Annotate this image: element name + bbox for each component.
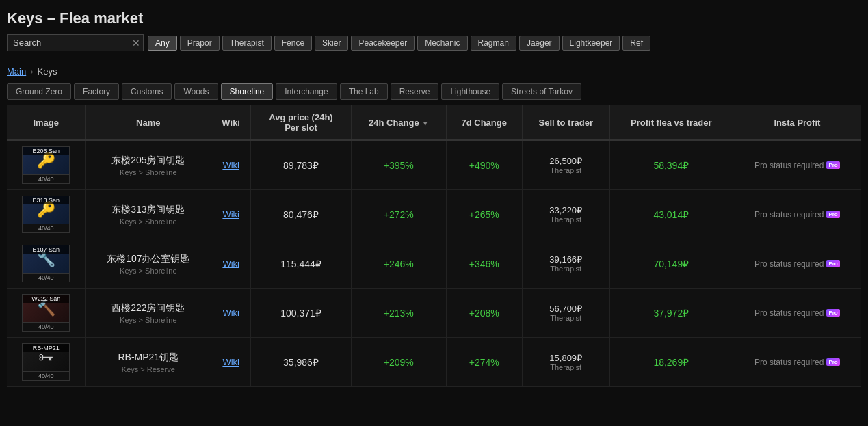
- trader-btn-any[interactable]: Any: [148, 36, 177, 51]
- map-tab-woods[interactable]: Woods: [174, 83, 218, 100]
- table-header: ImageNameWikiAvg price (24h)Per slot24h …: [7, 105, 861, 140]
- col-header-8: Insta Profit: [733, 105, 861, 140]
- item-sell-trader-cell: 39,166₽Therapist: [522, 239, 609, 289]
- item-7d-change-cell: +490%: [446, 140, 522, 190]
- item-insta-profit-cell: Pro status required Pro: [733, 338, 861, 387]
- wiki-link[interactable]: Wiki: [222, 258, 239, 269]
- map-tab-ground-zero[interactable]: Ground Zero: [7, 83, 71, 100]
- insta-profit-status: Pro status required Pro: [739, 358, 856, 367]
- map-tab-factory[interactable]: Factory: [74, 83, 119, 100]
- item-name: 东楼205房间钥匙: [91, 155, 205, 167]
- item-7d-change-cell: +346%: [446, 239, 522, 289]
- item-profit-cell: 58,394₽: [609, 140, 733, 190]
- trader-btn-therapist[interactable]: Therapist: [222, 36, 272, 51]
- item-name-cell: 东楼205房间钥匙Keys > Shoreline: [86, 140, 211, 190]
- breadcrumb-main[interactable]: Main: [7, 66, 26, 77]
- sell-price: 15,809₽: [528, 353, 604, 363]
- profit-value: 43,014₽: [616, 209, 727, 220]
- avg-price: 100,371₽: [257, 308, 345, 319]
- close-icon[interactable]: ✕: [132, 38, 140, 49]
- pro-badge: Pro: [826, 358, 839, 366]
- col-header-5: 7d Change: [446, 105, 522, 140]
- map-tab-streets-of-tarkov[interactable]: Streets of Tarkov: [502, 83, 581, 100]
- item-7d-change-cell: +265%: [446, 190, 522, 239]
- item-sell-trader-cell: 33,220₽Therapist: [522, 190, 609, 239]
- wiki-link[interactable]: Wiki: [222, 160, 239, 170]
- map-tab-shoreline[interactable]: Shoreline: [221, 83, 274, 100]
- profit-value: 37,972₽: [616, 308, 727, 319]
- 24h-change: +395%: [357, 160, 440, 171]
- map-tab-interchange[interactable]: Interchange: [276, 83, 337, 100]
- item-avg-price-cell: 100,371₽: [251, 289, 352, 338]
- item-insta-profit-cell: Pro status required Pro: [733, 239, 861, 289]
- sell-price: 39,166₽: [528, 254, 604, 265]
- avg-price: 80,476₽: [257, 209, 345, 220]
- insta-profit-status: Pro status required Pro: [739, 308, 856, 318]
- 24h-change: +213%: [357, 308, 440, 319]
- table-row: E107 San🔧40/40东楼107办公室钥匙Keys > Shoreline…: [7, 239, 861, 289]
- trader-btn-fence[interactable]: Fence: [274, 36, 312, 51]
- trader-btn-ragman[interactable]: Ragman: [471, 36, 516, 51]
- item-sub: Keys > Shoreline: [91, 316, 205, 324]
- wiki-link[interactable]: Wiki: [222, 209, 239, 219]
- item-image-cell: W222 San🔨40/40: [7, 289, 86, 338]
- sell-trader-name: Therapist: [528, 363, 604, 371]
- item-img-label: E107 San: [23, 245, 69, 254]
- trader-btn-lightkeeper[interactable]: Lightkeeper: [562, 36, 620, 51]
- wiki-link[interactable]: Wiki: [222, 308, 239, 318]
- sell-trader-name: Therapist: [528, 166, 604, 174]
- avg-price: 35,986₽: [257, 357, 345, 368]
- pro-badge: Pro: [826, 211, 839, 218]
- item-avg-price-cell: 115,444₽: [251, 239, 352, 289]
- trader-btn-skier[interactable]: Skier: [315, 36, 348, 51]
- item-image-cell: E205 San🔑40/40: [7, 140, 86, 190]
- wiki-link[interactable]: Wiki: [222, 357, 239, 367]
- col-header-2: Wiki: [211, 105, 251, 140]
- 7d-change: +274%: [452, 357, 516, 368]
- map-tab-lighthouse[interactable]: Lighthouse: [441, 83, 499, 100]
- breadcrumb-separator: ›: [30, 66, 33, 77]
- col-header-0: Image: [7, 105, 86, 140]
- search-input[interactable]: [7, 34, 144, 51]
- item-image-cell: E313 San🔑40/40: [7, 190, 86, 239]
- item-sub: Keys > Reserve: [91, 365, 205, 373]
- 24h-change: +246%: [357, 258, 440, 269]
- sell-trader-name: Therapist: [528, 314, 604, 322]
- insta-profit-status: Pro status required Pro: [739, 161, 856, 170]
- pro-badge: Pro: [826, 161, 839, 169]
- item-wiki-cell: Wiki: [211, 190, 251, 239]
- col-header-4[interactable]: 24h Change▼: [351, 105, 446, 140]
- item-7d-change-cell: +274%: [446, 338, 522, 387]
- map-tabs: Ground ZeroFactoryCustomsWoodsShorelineI…: [0, 83, 868, 105]
- item-24h-change-cell: +246%: [351, 239, 446, 289]
- map-tab-customs[interactable]: Customs: [122, 83, 172, 100]
- item-profit-cell: 43,014₽: [609, 190, 733, 239]
- item-wiki-cell: Wiki: [211, 338, 251, 387]
- item-avg-price-cell: 35,986₽: [251, 338, 352, 387]
- item-name-cell: 西楼222房间钥匙Keys > Shoreline: [86, 289, 211, 338]
- item-insta-profit-cell: Pro status required Pro: [733, 140, 861, 190]
- item-sub: Keys > Shoreline: [91, 267, 205, 275]
- pro-badge: Pro: [826, 309, 839, 317]
- map-tab-reserve[interactable]: Reserve: [391, 83, 439, 100]
- item-name: 东楼107办公室钥匙: [91, 253, 205, 265]
- item-sell-trader-cell: 56,700₽Therapist: [522, 289, 609, 338]
- trader-btn-ref[interactable]: Ref: [622, 36, 650, 51]
- table-body: E205 San🔑40/40东楼205房间钥匙Keys > ShorelineW…: [7, 140, 861, 387]
- trader-btn-jaeger[interactable]: Jaeger: [519, 36, 560, 51]
- item-name: 西楼222房间钥匙: [91, 302, 205, 315]
- col-header-1: Name: [86, 105, 211, 140]
- item-24h-change-cell: +209%: [351, 338, 446, 387]
- trader-btn-prapor[interactable]: Prapor: [180, 36, 220, 51]
- trader-btn-mechanic[interactable]: Mechanic: [417, 36, 467, 51]
- trader-btn-peacekeeper[interactable]: Peacekeeper: [351, 36, 415, 51]
- item-image-cell: E107 San🔧40/40: [7, 239, 86, 289]
- item-profit-cell: 18,269₽: [609, 338, 733, 387]
- item-sub: Keys > Shoreline: [91, 168, 205, 176]
- table-row: E313 San🔑40/40东楼313房间钥匙Keys > ShorelineW…: [7, 190, 861, 239]
- item-name-cell: 东楼313房间钥匙Keys > Shoreline: [86, 190, 211, 239]
- map-tab-the-lab[interactable]: The Lab: [340, 83, 388, 100]
- sort-icon: ▼: [422, 120, 429, 127]
- search-trader-row: ✕ AnyPraporTherapistFenceSkierPeacekeepe…: [7, 34, 861, 51]
- avg-price: 115,444₽: [257, 258, 345, 269]
